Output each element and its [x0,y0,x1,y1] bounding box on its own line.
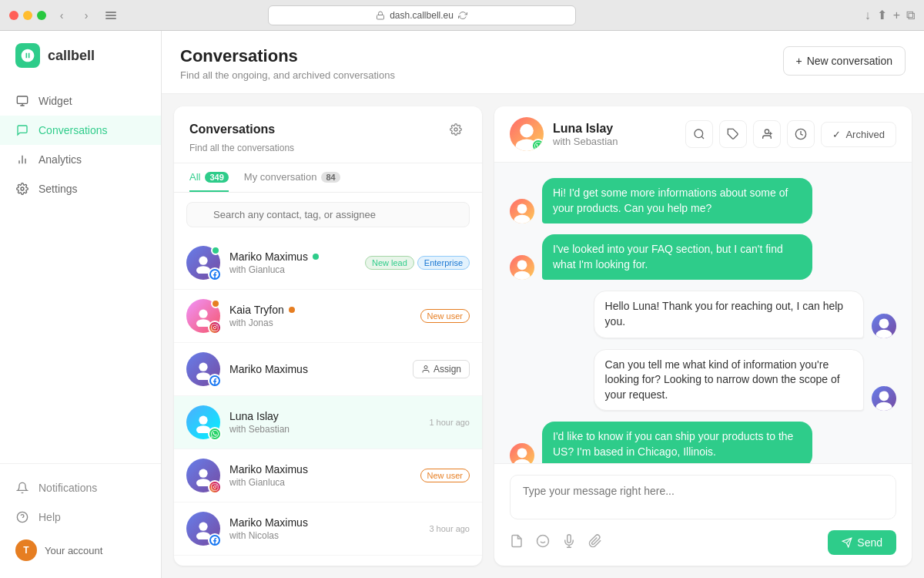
new-tab-btn[interactable]: + [893,8,900,22]
conv-settings-button[interactable] [445,119,467,140]
emoji-icon[interactable] [536,534,550,552]
svg-rect-18 [212,324,218,331]
conv-time: 3 hour ago [429,524,470,533]
main-header: Conversations Find all the ongoing, and … [162,31,924,94]
chat-search-button[interactable] [685,120,713,148]
list-item[interactable]: Mariko Maximus with Gianluca New user [174,449,482,502]
conv-tabs: All 349 My conversation 84 [174,163,482,193]
message-row: Hi! I'd get some more informations about… [510,178,896,223]
list-item[interactable]: Kaia Tryfon with Jonas New user [174,290,482,343]
tab-my-badge: 84 [321,172,340,183]
chart-icon [15,153,29,166]
platform-badge-wa [208,427,222,441]
new-conversation-button[interactable]: + New conversation [783,46,906,76]
user-account-item[interactable]: T Your account [0,532,161,569]
chat-add-user-button[interactable] [753,120,781,148]
svg-point-21 [199,363,207,371]
list-item[interactable]: Mariko Maximus Assign [174,343,482,396]
browser-back-button[interactable]: ‹ [52,6,71,25]
search-bar [174,193,482,237]
sidebar-toggle[interactable] [102,6,120,25]
list-item[interactable]: Mariko Maximus with Gianluca New lead En… [174,237,482,290]
list-item[interactable]: Mariko Maximus with Nicolas 3 hour ago [174,502,482,556]
conv-name: Kaia Tryfon [229,304,411,316]
chat-input[interactable] [510,475,896,519]
chat-platform-badge [531,139,544,151]
platform-badge-fb [208,533,222,547]
svg-rect-4 [17,96,27,103]
message-row: Hello Luna! Thank you for reaching out, … [510,291,896,338]
share-btn[interactable]: ⬆ [877,8,887,22]
svg-line-36 [702,136,705,139]
sidebar-item-conversations[interactable]: Conversations [0,116,161,145]
sidebar-item-help[interactable]: Help [0,502,161,532]
plus-icon: + [796,55,802,67]
tag-new-user: New user [420,309,470,323]
svg-point-33 [520,124,534,138]
list-item[interactable]: Luna Islay with Sebastian 1 hour ago [174,396,482,449]
platform-badge-ig [208,480,222,494]
url-display: dash.callbell.eu [390,10,454,21]
svg-point-45 [514,271,531,280]
sidebar-item-widget[interactable]: Widget [0,86,161,116]
tab-my-conversation[interactable]: My conversation 84 [244,171,340,192]
message-avatar [510,443,534,463]
conv-meta: 3 hour ago [429,524,470,533]
conv-info: Kaia Tryfon with Jonas [229,304,411,328]
logo-icon [15,43,40,68]
svg-point-23 [424,366,427,369]
chat-timer-button[interactable] [787,120,815,148]
paperclip-icon[interactable] [588,534,602,552]
conv-name: Mariko Maximus [229,363,403,375]
svg-point-29 [213,486,216,488]
svg-point-44 [517,260,527,271]
chat-user-info: Luna Islay with Sebastian [553,122,676,147]
search-input[interactable] [186,202,470,227]
content-area: Conversations Find all the conversations… [162,94,924,578]
browser-forward-button[interactable]: › [77,6,95,25]
chat-header: Luna Islay with Sebastian [494,106,912,163]
unread-dot [289,307,295,313]
svg-point-35 [695,129,703,138]
microphone-icon[interactable] [562,534,576,552]
archived-label: Archived [845,129,885,140]
chat-tag-button[interactable] [719,120,747,148]
user-account-label: Your account [45,545,102,556]
tab-all[interactable]: All 349 [189,171,229,192]
avatar-wrapper [186,405,220,439]
send-button[interactable]: Send [828,530,896,555]
fullscreen-traffic-light[interactable] [37,11,46,20]
sidebar-nav: Widget Conversations Analytics Settings [0,80,161,463]
chat-username: Luna Islay [553,122,676,136]
bell-icon [15,481,29,495]
svg-point-49 [876,402,892,411]
attachment-icon[interactable] [510,534,524,552]
archived-button[interactable]: ✓ Archived [821,122,896,147]
conv-agent: with Nicolas [229,530,420,541]
svg-point-16 [199,310,207,318]
conv-name: Mariko Maximus [229,463,411,476]
download-btn[interactable]: ↓ [865,8,871,22]
svg-point-43 [514,215,531,223]
svg-rect-2 [105,18,116,19]
minimize-traffic-light[interactable] [23,11,32,20]
svg-point-42 [517,204,527,214]
chat-avatar [510,117,544,151]
page-title: Conversations [180,46,395,66]
avatar-wrapper [186,246,220,280]
svg-point-24 [199,416,207,425]
assign-button[interactable]: Assign [413,360,470,378]
sidebar-bottom: Notifications Help T Your account [0,463,161,578]
online-indicator [211,299,220,308]
sidebar-item-analytics[interactable]: Analytics [0,145,161,174]
svg-point-30 [216,485,217,486]
close-traffic-light[interactable] [9,11,18,20]
message-avatar [872,386,896,411]
chat-toolbar: Send [510,530,896,555]
new-conversation-label: New conversation [807,55,892,67]
address-bar[interactable]: dash.callbell.eu [268,5,576,25]
tabs-btn[interactable]: ⧉ [906,8,915,22]
chat-icon [15,123,29,137]
sidebar-item-notifications[interactable]: Notifications [0,473,161,502]
sidebar-item-settings[interactable]: Settings [0,174,161,203]
